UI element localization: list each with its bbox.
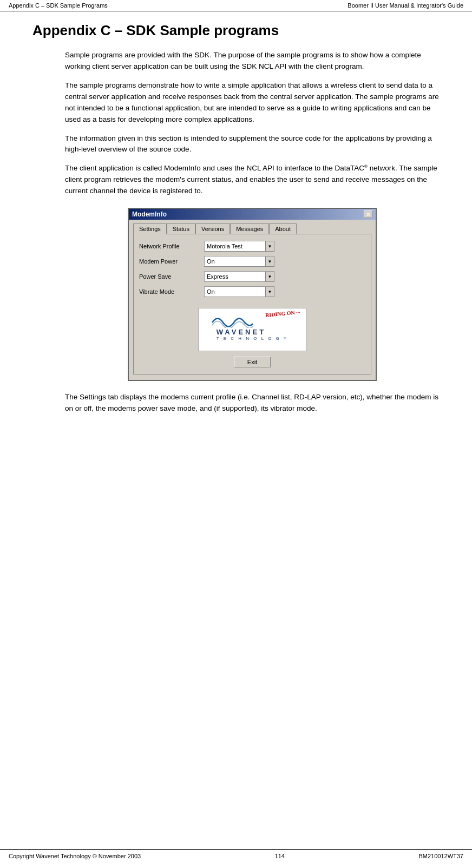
- tab-status[interactable]: Status: [167, 223, 195, 234]
- window-close-button[interactable]: ✕: [364, 211, 372, 218]
- header-right: Boomer II User Manual & Integrator's Gui…: [348, 2, 463, 9]
- window-body: Settings Status Versions Messages About …: [129, 220, 376, 380]
- dropdown-power-save-value: Express: [205, 273, 265, 280]
- dropdown-vibrate-mode[interactable]: On ▼: [204, 286, 274, 297]
- label-modem-power: Modem Power: [139, 258, 204, 265]
- dropdown-modem-power-arrow[interactable]: ▼: [265, 257, 274, 266]
- dropdown-modem-power-value: On: [205, 258, 265, 265]
- paragraph-4: The client application is called ModemIn…: [65, 163, 440, 197]
- form-row-power-save: Power Save Express ▼: [139, 271, 365, 282]
- form-row-modem-power: Modem Power On ▼: [139, 256, 365, 267]
- dropdown-power-save-arrow[interactable]: ▼: [265, 272, 274, 281]
- riding-on-text: RIDING ON ···: [265, 309, 300, 318]
- dropdown-network-profile-arrow[interactable]: ▼: [265, 241, 274, 251]
- label-network-profile: Network Profile: [139, 243, 204, 249]
- brand-subtitle: T E C H N O L O G Y: [217, 336, 288, 341]
- footer-left: Copyright Wavenet Technology © November …: [9, 853, 141, 859]
- body-text: Sample programs are provided with the SD…: [65, 50, 440, 415]
- page-footer: Copyright Wavenet Technology © November …: [0, 849, 472, 863]
- tab-messages[interactable]: Messages: [230, 223, 269, 234]
- tab-about[interactable]: About: [269, 223, 297, 234]
- modeminfo-window: ModemInfo ✕ Settings Status Versions Mes…: [128, 208, 377, 381]
- window-title: ModemInfo: [132, 211, 167, 218]
- label-vibrate-mode: Vibrate Mode: [139, 288, 204, 295]
- footer-center: 114: [275, 853, 285, 859]
- wavenet-logo: RIDING ON ··· WAVENET T E C H N O L O G …: [198, 308, 306, 351]
- wave-graphic: [209, 312, 253, 328]
- paragraph-2: The sample programs demonstrate how to w…: [65, 80, 440, 126]
- form-row-network-profile: Network Profile Motorola Test ▼: [139, 241, 365, 252]
- tab-versions[interactable]: Versions: [195, 223, 230, 234]
- tab-content-settings: Network Profile Motorola Test ▼ Modem Po…: [133, 234, 371, 374]
- dropdown-power-save[interactable]: Express ▼: [204, 271, 274, 282]
- paragraph-5: The Settings tab displays the modems cur…: [65, 392, 440, 415]
- form-row-vibrate-mode: Vibrate Mode On ▼: [139, 286, 365, 297]
- dropdown-modem-power[interactable]: On ▼: [204, 256, 274, 267]
- brand-name: WAVENET: [217, 328, 288, 336]
- paragraph-1: Sample programs are provided with the SD…: [65, 50, 440, 73]
- exit-button[interactable]: Exit: [234, 357, 271, 367]
- exit-button-row: Exit: [139, 357, 365, 367]
- dropdown-network-profile-value: Motorola Test: [205, 242, 265, 250]
- dropdown-vibrate-mode-arrow[interactable]: ▼: [265, 287, 274, 297]
- page-content: Appendix C – SDK Sample programs Sample …: [0, 11, 472, 455]
- tab-bar: Settings Status Versions Messages About: [133, 223, 371, 234]
- tab-settings[interactable]: Settings: [133, 223, 167, 234]
- page-header: Appendix C – SDK Sample Programs Boomer …: [0, 0, 472, 11]
- paragraph-3: The information given in this section is…: [65, 133, 440, 156]
- label-power-save: Power Save: [139, 273, 204, 280]
- dropdown-vibrate-mode-value: On: [205, 288, 265, 295]
- page-title: Appendix C – SDK Sample programs: [32, 22, 440, 39]
- dropdown-network-profile[interactable]: Motorola Test ▼: [204, 241, 274, 252]
- window-titlebar: ModemInfo ✕: [129, 209, 376, 220]
- header-left: Appendix C – SDK Sample Programs: [9, 2, 108, 9]
- footer-right: BM210012WT37: [418, 853, 463, 859]
